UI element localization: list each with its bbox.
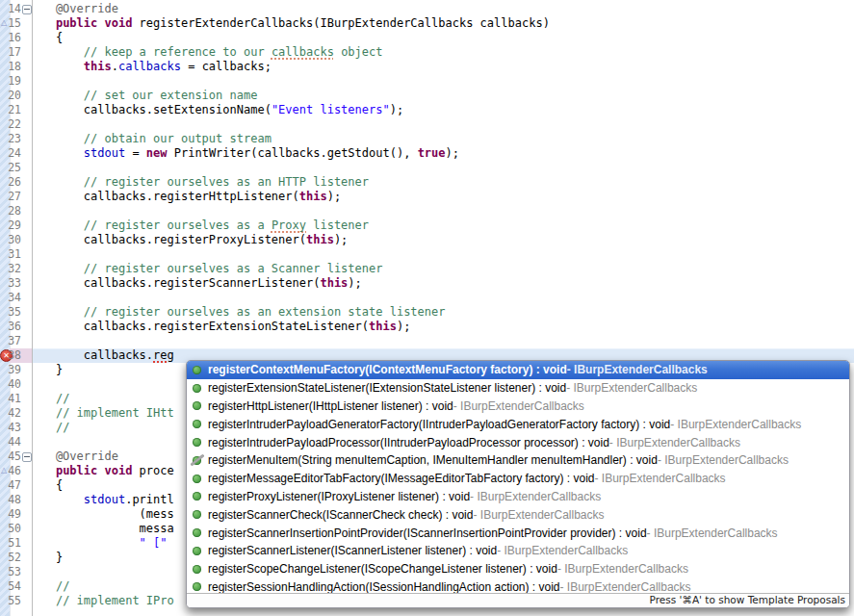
code-line[interactable]: callbacks.registerScannerListener(this); [28, 276, 550, 291]
completion-item[interactable]: registerScopeChangeListener(IScopeChange… [187, 560, 849, 578]
code-token: callbacks.registerScannerListener( [28, 276, 320, 290]
code-token: new [146, 146, 168, 160]
code-token: stdout [84, 146, 125, 160]
public-method-icon [193, 401, 201, 410]
code-line[interactable]: // register ourselves as an HTTP listene… [28, 175, 550, 190]
public-method-icon [193, 420, 201, 428]
code-token: this [306, 233, 334, 246]
code-line[interactable]: callbacks.registerHttpListener(this); [28, 190, 550, 204]
line-number: 46 [8, 464, 21, 478]
code-token [28, 16, 56, 30]
code-token: Proxy [272, 218, 306, 232]
line-number: 29 [8, 218, 21, 233]
code-token: (mess [28, 507, 174, 521]
completion-declaring-type: - IBurpExtenderCallbacks [557, 562, 688, 576]
completion-item[interactable]: registerMessageEditorTabFactory(IMessage… [187, 470, 849, 488]
public-method-icon [193, 547, 201, 555]
code-line[interactable]: @Override [28, 2, 550, 16]
completion-item[interactable]: registerIntruderPayloadProcessor(IIntrud… [187, 433, 849, 451]
line-number: 18 [8, 60, 21, 74]
completion-declaring-type: - IBurpExtenderCallbacks [560, 580, 691, 594]
override-indicator-icon[interactable]: △ [1, 466, 7, 475]
line-number: 52 [8, 551, 21, 565]
code-line[interactable] [28, 161, 550, 175]
line-number: 27 [8, 190, 21, 204]
completion-signature: registerIntruderPayloadGeneratorFactory(… [208, 418, 670, 431]
code-token: callbacks.registerHttpListener( [28, 190, 299, 203]
line-number: 32 [8, 262, 21, 276]
completion-item[interactable]: registerScannerInsertionPointProvider(IS… [187, 524, 849, 542]
code-line[interactable] [28, 204, 550, 218]
line-number: 22 [8, 117, 21, 132]
eclipse-java-editor: { "editor": { "colors": { "comment": "#3… [0, 0, 854, 616]
code-token [28, 218, 84, 232]
completion-item[interactable]: registerIntruderPayloadGeneratorFactory(… [187, 415, 849, 433]
completion-declaring-type: - IBurpExtenderCallbacks [497, 544, 628, 557]
completion-declaring-type: - IBurpExtenderCallbacks [670, 418, 801, 431]
code-line[interactable] [28, 117, 550, 132]
code-line[interactable] [28, 247, 550, 262]
code-token: this [84, 60, 112, 73]
code-token: // register ourselves as an extension st… [84, 305, 446, 319]
code-line[interactable]: callbacks.registerProxyListener(this); [28, 233, 550, 247]
code-token: = [125, 146, 146, 160]
public-method-icon [193, 438, 201, 447]
completion-declaring-type: - IBurpExtenderCallbacks [595, 472, 726, 485]
line-number: 20 [8, 89, 21, 103]
completion-item[interactable]: registerProxyListener(IProxyListener lis… [187, 488, 849, 506]
code-token [28, 493, 84, 506]
completion-item[interactable]: registerExtensionStateListener(IExtensio… [187, 379, 849, 398]
completion-list[interactable]: registerContextMenuFactory(IContextMenuF… [187, 361, 849, 596]
line-number: 40 [8, 377, 21, 392]
override-indicator-icon[interactable]: △ [1, 18, 7, 28]
code-line[interactable]: callbacks.setExtensionName("Event listen… [28, 103, 550, 117]
completion-declaring-type: - IBurpExtenderCallbacks [658, 453, 789, 467]
code-token: @Override [28, 2, 118, 15]
code-line[interactable]: // set our extension name [28, 89, 550, 103]
code-token: PrintWriter(callbacks.getStdout(), [168, 146, 418, 160]
completion-signature: registerMenuItem(String menuItemCaption,… [208, 453, 658, 467]
code-line[interactable]: public void registerExtenderCallbacks(IB… [28, 16, 550, 31]
completion-declaring-type: - IBurpExtenderCallbacks [609, 436, 740, 449]
code-line[interactable]: // register ourselves as an extension st… [28, 305, 550, 320]
code-token [28, 175, 84, 189]
code-line[interactable] [28, 74, 550, 89]
completion-signature: registerScannerCheck(IScannerCheck check… [208, 508, 473, 522]
code-line[interactable] [28, 291, 550, 305]
code-line[interactable]: { [28, 31, 550, 45]
code-line[interactable]: this.callbacks = callbacks; [28, 60, 550, 74]
code-token: { [28, 31, 63, 44]
code-token: { [28, 478, 63, 492]
code-line[interactable]: stdout = new PrintWriter(callbacks.getSt… [28, 146, 550, 161]
line-number: 54 [8, 579, 21, 594]
code-line[interactable]: // obtain our output stream [28, 132, 550, 146]
code-token: "Event listeners" [272, 103, 390, 116]
code-token: // register ourselves as a [84, 218, 272, 232]
code-line[interactable]: // register ourselves as a Proxy listene… [28, 218, 550, 233]
code-token: callbacks [118, 60, 181, 73]
code-token: // set our extension name [84, 89, 258, 102]
line-number: 53 [8, 565, 21, 579]
code-line[interactable] [28, 334, 550, 348]
line-number: 33 [8, 276, 21, 291]
content-assist-popup[interactable]: registerContextMenuFactory(IContextMenuF… [186, 360, 850, 608]
code-token [28, 421, 56, 434]
code-token: public void [56, 16, 140, 30]
completion-signature: registerSessionHandlingAction(ISessionHa… [208, 580, 560, 594]
code-token [28, 60, 84, 73]
code-token: ); [348, 276, 361, 290]
completion-item[interactable]: registerHttpListener(IHttpListener liste… [187, 398, 849, 416]
code-line[interactable]: // keep a reference to our callbacks obj… [28, 45, 550, 60]
code-token: // implement IPro [56, 594, 174, 607]
code-line[interactable]: callbacks.registerExtensionStateListener… [28, 320, 550, 334]
code-token: " [" [140, 536, 168, 550]
line-number: 23 [8, 132, 21, 146]
completion-item[interactable]: registerContextMenuFactory(IContextMenuF… [187, 361, 849, 379]
code-line[interactable]: // register ourselves as a Scanner liste… [28, 262, 550, 276]
line-number: 25 [8, 161, 21, 175]
completion-item[interactable]: registerScannerListener(IScannerListener… [187, 542, 849, 560]
completion-signature: registerScopeChangeListener(IScopeChange… [208, 562, 557, 576]
line-number: 24 [8, 146, 21, 161]
completion-item[interactable]: registerMenuItem(String menuItemCaption,… [187, 451, 849, 470]
completion-item[interactable]: registerScannerCheck(IScannerCheck check… [187, 505, 849, 524]
